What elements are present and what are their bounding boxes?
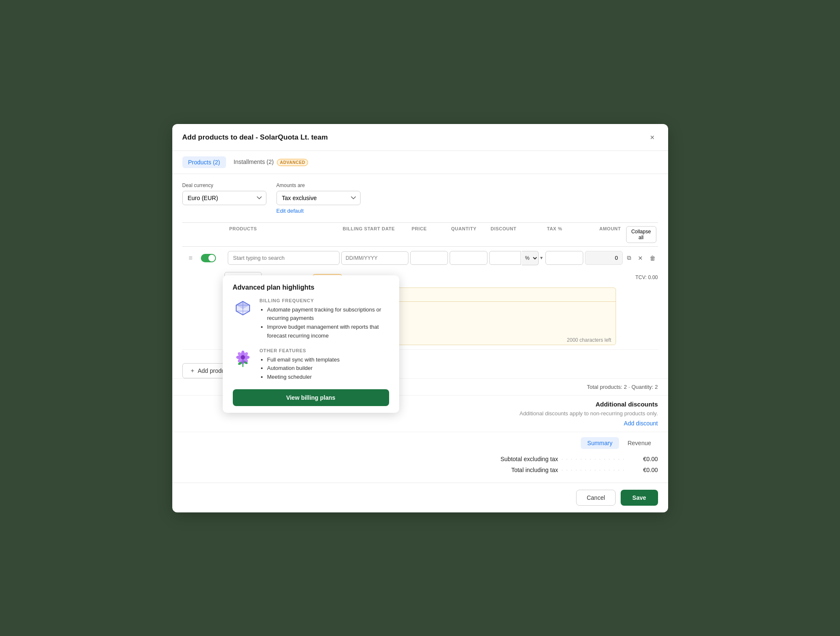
col-billing-date: BILLING START DATE <box>341 226 408 243</box>
modal-title: Add products to deal - SolarQuota Lt. te… <box>182 133 328 142</box>
deal-currency-select[interactable]: Euro (EUR) <box>182 191 266 205</box>
drag-handle[interactable]: ≡ <box>182 254 199 262</box>
discount-input[interactable] <box>489 251 521 265</box>
row-actions: ⧉ ✕ 🗑 <box>624 253 658 263</box>
form-row: Deal currency Euro (EUR) Amounts are Tax… <box>182 182 658 214</box>
discount-cell: % ▼ <box>489 251 544 265</box>
product-row-main: ≡ <box>182 247 658 269</box>
other-features-list: Full email sync with templates Automatio… <box>260 356 340 382</box>
tab-products[interactable]: Products (2) <box>182 156 226 168</box>
amounts-group: Amounts are Tax exclusive Edit default <box>276 182 361 214</box>
product-search-input[interactable] <box>228 251 340 265</box>
tooltip-title: Advanced plan highlights <box>233 284 389 291</box>
total-row: Total including tax · · · · · · · · · · … <box>182 467 658 473</box>
tax-input[interactable] <box>545 251 583 265</box>
col-price: PRICE <box>410 226 448 243</box>
col-amount: AMOUNT <box>585 226 623 243</box>
toggle-cell <box>201 254 226 262</box>
remove-row-button[interactable]: ✕ <box>635 253 645 263</box>
billing-frequency-list: Automate payment tracking for subscripti… <box>260 306 389 340</box>
other-features-feature: OTHER FEATURES Full email sync with temp… <box>233 348 389 382</box>
deal-currency-label: Deal currency <box>182 182 266 188</box>
product-toggle[interactable] <box>201 254 216 262</box>
advanced-badge: ADVANCED <box>277 159 308 166</box>
modal-footer: Cancel Save <box>172 483 668 512</box>
list-item: Automation builder <box>267 364 340 373</box>
tcv-value: TCV: 0.00 <box>635 274 658 280</box>
date-cell <box>341 251 408 265</box>
deal-currency-group: Deal currency Euro (EUR) <box>182 182 266 214</box>
collapse-all-btn: Collapse all <box>624 226 658 243</box>
cube-icon <box>233 298 253 318</box>
billing-date-input[interactable] <box>341 251 408 265</box>
tab-installments[interactable]: Installments (2) ADVANCED <box>228 156 314 169</box>
total-label: Total including tax <box>511 467 558 473</box>
subtotal-dots: · · · · · · · · · · · · · · <box>561 456 625 462</box>
amount-cell: 0 <box>585 251 623 265</box>
cancel-button[interactable]: Cancel <box>576 490 616 506</box>
copy-row-button[interactable]: ⧉ <box>624 253 634 263</box>
quantity-input[interactable] <box>450 251 487 265</box>
tabs-row: Products (2) Installments (2) ADVANCED <box>172 151 668 174</box>
col-discount: DISCOUNT <box>489 226 544 243</box>
amounts-label: Amounts are <box>276 182 361 188</box>
discount-type-select[interactable]: % <box>522 251 539 265</box>
list-item: Full email sync with templates <box>267 356 340 364</box>
modal-overlay: Add products to deal - SolarQuota Lt. te… <box>0 0 840 636</box>
chevron-down-icon: ▼ <box>540 256 544 260</box>
list-item: Improve budget management with reports t… <box>267 323 389 340</box>
edit-default-link[interactable]: Edit default <box>276 208 361 214</box>
view-billing-plans-button[interactable]: View billing plans <box>233 389 389 406</box>
billing-frequency-feature-label: BILLING FREQUENCY <box>260 298 389 303</box>
col-tax: TAX % <box>545 226 583 243</box>
flower-icon <box>233 348 253 368</box>
subtotal-row: Subtotal excluding tax · · · · · · · · ·… <box>182 456 658 462</box>
summary-tab-revenue[interactable]: Revenue <box>621 437 658 449</box>
price-cell <box>410 251 448 265</box>
modal-header: Add products to deal - SolarQuota Lt. te… <box>172 124 668 151</box>
list-item: Meeting scheduler <box>267 373 340 382</box>
svg-point-12 <box>241 355 245 359</box>
summary-tab-summary[interactable]: Summary <box>581 437 619 449</box>
subtotal-label: Subtotal excluding tax <box>500 456 558 462</box>
total-value: €0.00 <box>629 467 658 473</box>
save-button[interactable]: Save <box>621 490 658 506</box>
search-cell <box>228 251 340 265</box>
amount-value: 0 <box>615 255 618 261</box>
collapse-all-button[interactable]: Collapse all <box>626 226 656 243</box>
delete-row-button[interactable]: 🗑 <box>647 253 658 263</box>
add-discount-link[interactable]: Add discount <box>182 420 658 427</box>
close-button[interactable]: × <box>647 132 658 144</box>
plus-icon: ＋ <box>190 367 195 375</box>
summary-section: Summary Revenue Subtotal excluding tax ·… <box>172 432 668 483</box>
col-products: PRODUCTS <box>228 226 340 243</box>
other-features-label: OTHER FEATURES <box>260 348 340 353</box>
tax-cell <box>545 251 583 265</box>
totals-label: Total products: 2 · Quantity: 2 <box>587 384 658 390</box>
total-dots: · · · · · · · · · · · · · · <box>561 467 625 473</box>
list-item: Automate payment tracking for subscripti… <box>267 306 389 323</box>
price-input[interactable] <box>410 251 448 265</box>
subtotal-value: €0.00 <box>629 456 658 462</box>
qty-cell <box>450 251 487 265</box>
billing-frequency-feature: BILLING FREQUENCY Automate payment track… <box>233 298 389 340</box>
advanced-tooltip-popup: Advanced plan highlights BILLING FREQUEN… <box>223 275 399 413</box>
table-header: PRODUCTS BILLING START DATE PRICE QUANTI… <box>182 223 658 247</box>
billing-frequency-info: BILLING FREQUENCY Automate payment track… <box>260 298 389 340</box>
other-features-info: OTHER FEATURES Full email sync with temp… <box>260 348 340 382</box>
modal: Add products to deal - SolarQuota Lt. te… <box>172 124 668 512</box>
summary-tabs: Summary Revenue <box>182 437 658 449</box>
amounts-select[interactable]: Tax exclusive <box>276 191 361 205</box>
col-quantity: QUANTITY <box>450 226 487 243</box>
